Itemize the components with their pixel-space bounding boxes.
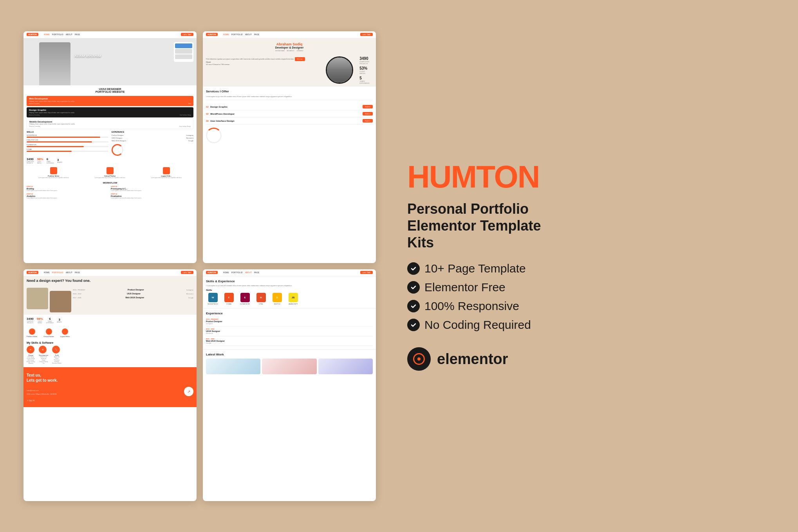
nav-link-portfolio: PORTFOLIO [52, 33, 63, 36]
panel2-service-1-btn[interactable]: Explore [363, 105, 373, 108]
panel4-skills-section: Skills & Experience I must explain to yo… [203, 276, 376, 308]
info-panel: HUMTON Personal Portfolio Elementor Temp… [392, 146, 775, 387]
panel4-experience: Experience 2019 - PRESENT Product Design… [203, 308, 376, 349]
panel4-skills-grid: W WORDPRESS F FIGMA E ELEMENTOR H HTML [206, 293, 373, 305]
panel4-exp-3: 2021 - 2022 Web UI/UX Designer Google [206, 336, 373, 346]
panel1-nav: HUMTON HOME PORTFOLIO ABOUT PAGE Let's T… [23, 31, 197, 38]
panel3-exp-2: 2018 - 2019 U/UX Designer Elementor [73, 292, 193, 296]
feature-responsive: 100% Responsive [407, 299, 767, 313]
panel3-cta-say-hi: ↗ Say Hi [27, 399, 193, 402]
panel1-experience-title: EXPERIENCE [112, 131, 193, 133]
panel3-stat-projects: 3490 COMPLETEPROJECTS [27, 317, 34, 324]
panel2-social: INSTAGRAM BEHANCE DRIBBLE [206, 50, 373, 52]
panel2-stats-row: 3490 COMPLETEDPROJECTS 53% CLIENTRATING … [356, 56, 373, 84]
nav-link-about: ABOUT [66, 33, 72, 36]
panel4-skills-title: Skills [206, 289, 373, 291]
panel1-service-web-desc: Helping lorem ipsum dolor ship a better … [29, 100, 191, 102]
panel4-latest: Latest Work [203, 349, 376, 377]
panel1-logical-desc: Lorem ipsum dolor ship a better your sup… [139, 177, 193, 179]
panel3-img-2 [50, 291, 71, 312]
feature-check-3 [407, 300, 420, 312]
panel1-workflow-title: WORKFLOW [23, 182, 197, 184]
panel1-service-web-title: Web Developmet [29, 97, 191, 100]
panel2-nav-btn: Let's Talk! [360, 33, 373, 36]
panel3-cta: Text us,Lets get to work. hello@email.co… [23, 367, 197, 407]
checkmark-icon-1 [410, 265, 417, 272]
panel3-nav-links: HOME PORTFOLIO ABOUT PAGE [44, 271, 80, 274]
panel1-subtitle-line2: PORTFOLIO WEBSITE [23, 90, 197, 93]
panel3-cta-inputs: hello@email.com 3006 Lorem Village & Mon… [27, 385, 193, 398]
panel4-portfolio-thumb-3 [318, 359, 373, 374]
panel1-exp-3: Web UI/UX Designer Google [112, 140, 193, 142]
panel4-experience-title: Experience [206, 312, 373, 315]
panel-1-portfolio: HUMTON HOME PORTFOLIO ABOUT PAGE Let's T… [23, 31, 197, 263]
panel1-service-mobile-desc: Helping lorem ipsum dolor ship a better … [29, 123, 191, 125]
panel3-exp-3: 2017 - 2018 Web UI/UX Designer Google [73, 296, 193, 299]
panel1-service-mobile: Mobile Development Helping lorem ipsum d… [27, 119, 193, 129]
panel4-portfolio-thumb-1 [206, 359, 260, 374]
feature-check-4 [407, 319, 420, 331]
panel1-stat-rating: 98% CLIENTRATING [37, 157, 43, 164]
panel1-service-web: Web Developmet Helping lorem ipsum dolor… [27, 96, 193, 106]
panel1-workflow-finalization: STEP 04 Finalization I must explain to y… [111, 193, 193, 199]
panel4-skill-elementor: E ELEMENTOR [238, 293, 252, 305]
panel3-icon-solver: Problem Solver [27, 328, 37, 337]
elementor-icon [407, 347, 431, 371]
panel4-skill-sketch: S SKETCH [270, 293, 284, 305]
panel3-stat-years: 6 YEARSEXPERIENCE [46, 317, 54, 324]
panel1-service-mobile-consulting: Business Consulting [29, 126, 40, 127]
main-container: HUMTON HOME PORTFOLIO ABOUT PAGE Let's T… [0, 0, 798, 532]
feature-page-template: 10+ Page Template [407, 262, 767, 275]
panel2-service-2-btn[interactable]: Explore [363, 112, 373, 115]
panel4-section-title: Skills & Experience [206, 280, 373, 283]
panel2-services-title: Services I Offer [206, 90, 373, 93]
panel2-clutch: Clutch 4.9 out of 5 based on 768 reviews [206, 61, 323, 66]
panel2-service-3-btn[interactable]: Explore [363, 119, 373, 123]
panel1-skill-elementor: ELEMENTOR [27, 144, 108, 147]
screenshot-collage: HUMTON HOME PORTFOLIO ABOUT PAGE Let's T… [23, 31, 376, 501]
panel1-attributes: Problem Solver Lorem ipsum dolor ship a … [23, 166, 197, 180]
panel2-hire-btn[interactable]: Hire me [295, 57, 305, 61]
panel3-thinker-icon [46, 328, 52, 335]
panel1-attr-thinker: Critical Thinker Lorem ipsum dolor ship … [83, 167, 137, 179]
panel3-cta-text: Text us,Lets get to work. [27, 373, 193, 383]
panel3-stats-bar: 3490 COMPLETEPROJECTS 98% CLIENTRATING 6… [23, 315, 197, 326]
portfolio-thumb-1 [175, 43, 192, 48]
panel3-experience-list: 2019 - PRESENT Product Designer Instagra… [73, 288, 193, 312]
panel2-service-2: 02/ WordPress Developer Explore [206, 110, 373, 117]
panel1-thinker-icon [107, 167, 114, 174]
panel4-portfolio-grid [206, 359, 373, 374]
panel4-nav: HUMTON HOME PORTFOLIO ABOUT PAGE Let's T… [203, 269, 376, 276]
panel1-service-web-consulting: Business Consulting [29, 103, 40, 105]
panel2-name: Abraham Sodiq [206, 42, 373, 46]
panel3-stat-awards: 3 AWARDS [57, 318, 62, 323]
panel1-subtitle-line1: UX/UI DESIGNER [23, 88, 197, 90]
checkmark-icon-3 [410, 303, 417, 309]
panel1-skill-html: HTML PHP CSS [27, 139, 108, 142]
panel1-workflow-prototyping: STEP 02 Prototyping & C... I must explai… [111, 186, 193, 191]
panel1-portfolio-thumbnails [174, 42, 193, 62]
panel1-stat-completed: 3490 COMPLETEDPROJECTS [27, 157, 34, 164]
panel4-figma-icon: F [224, 293, 234, 302]
panel3-nav: HUMTON HOME PORTFOLIO ABOUT PAGE Let's T… [23, 269, 197, 276]
panel1-workflow-grid: STEP 01 Briefing I must explain to you h… [27, 186, 193, 199]
panel3-solver-icon [29, 328, 35, 335]
panel1-nav-logo: HUMTON [27, 33, 38, 36]
panel4-skill-html: H HTML [254, 293, 268, 305]
panel4-html-icon: H [256, 293, 266, 302]
panel4-latest-title: Latest Work [206, 353, 373, 356]
panel3-skills-grid: ✏ Design UI/UI DesignProduct DesignWeb D… [27, 346, 193, 364]
elementor-icon-dot [417, 357, 421, 361]
panel2-services-divider [206, 100, 373, 100]
panel4-nav-links: HOME PORTFOLIO ABOUT PAGE [223, 271, 260, 274]
panel3-cta-arrow-btn[interactable]: ↗ [184, 387, 193, 396]
panel1-attr-logical: Logical Vide... Lorem ipsum dolor ship a… [139, 167, 193, 179]
panel2-services: Services I Offer I must explain to you h… [203, 87, 376, 147]
subtitle-line3: Kits [407, 234, 434, 251]
panel1-skill-wp: WORDPRESS [27, 134, 108, 138]
panel1-nav-links: HOME PORTFOLIO ABOUT PAGE [44, 33, 80, 36]
panel3-skill-tools: 🔧 Tools Adobe XDFigmaPhotoshopIllustrato… [52, 346, 61, 364]
panel-2-abraham: HUMTON HOME PORTFOLIO ABOUT PAGE Let's T… [203, 31, 376, 263]
panel3-stat-rating: 98% CLIENTRATING [37, 317, 43, 324]
panel1-circular-chart [112, 144, 123, 156]
